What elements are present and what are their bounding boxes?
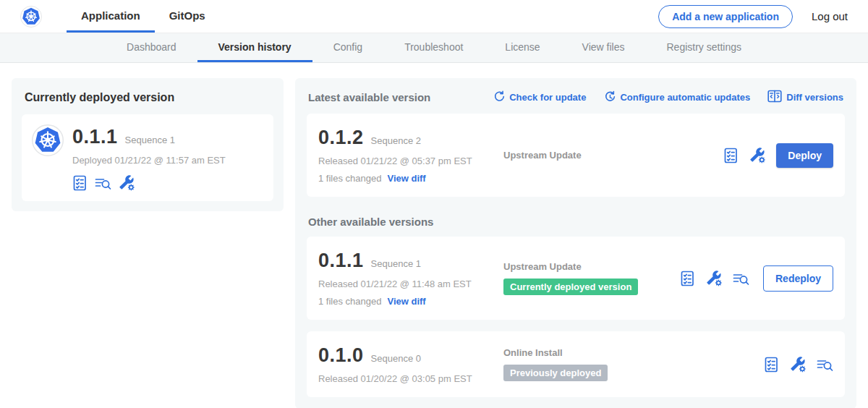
- check-for-update-link[interactable]: Check for update: [493, 90, 586, 105]
- sequence-label: Sequence 1: [371, 258, 421, 269]
- version-card-0-1-0: 0.1.0 Sequence 0 Released 01/20/22 @ 03:…: [307, 331, 845, 397]
- sequence-label: Sequence 2: [371, 135, 421, 146]
- tab-config[interactable]: Config: [312, 33, 383, 62]
- configure-automatic-updates-label: Configure automatic updates: [620, 92, 750, 103]
- released-timestamp: Released 01/20/22 @ 03:05 pm EST: [318, 373, 503, 384]
- version-number: 0.1.2: [318, 127, 364, 149]
- deployed-sequence-label: Sequence 1: [125, 135, 175, 145]
- version-card-0-1-2: 0.1.2 Sequence 2 Released 01/21/22 @ 05:…: [307, 114, 845, 197]
- files-changed-label: 1 files changed: [318, 173, 381, 184]
- kubernetes-logo-icon: [20, 0, 42, 33]
- deployed-version-number: 0.1.1: [72, 126, 118, 148]
- tab-license[interactable]: License: [484, 33, 561, 62]
- deployed-timestamp: Deployed 01/21/22 @ 11:57 am EST: [72, 155, 226, 166]
- top-nav: Application GitOps Add a new application…: [0, 0, 868, 33]
- tab-view-files[interactable]: View files: [561, 33, 646, 62]
- view-logs-icon[interactable]: [733, 271, 749, 286]
- view-diff-link[interactable]: View diff: [387, 296, 425, 307]
- configure-automatic-updates-link[interactable]: Configure automatic updates: [603, 90, 750, 105]
- version-source-label: Upstream Update: [503, 261, 680, 272]
- version-number: 0.1.1: [318, 250, 364, 272]
- tab-gitops[interactable]: GitOps: [155, 0, 220, 33]
- released-timestamp: Released 01/21/22 @ 11:48 am EST: [318, 279, 503, 289]
- refresh-icon: [493, 90, 505, 105]
- sequence-label: Sequence 0: [371, 353, 421, 364]
- currently-deployed-panel: Currently deployed version 0.1.1 Sequenc…: [12, 78, 284, 211]
- redeploy-button[interactable]: Redeploy: [763, 265, 833, 292]
- deployed-panel-title: Currently deployed version: [25, 91, 272, 104]
- deployed-version-card: 0.1.1 Sequence 1 Deployed 01/21/22 @ 11:…: [22, 114, 273, 201]
- main-content: Currently deployed version 0.1.1 Sequenc…: [0, 63, 868, 408]
- view-logs-icon[interactable]: [95, 176, 111, 190]
- currently-deployed-badge: Currently deployed version: [503, 279, 638, 295]
- tab-troubleshoot[interactable]: Troubleshoot: [383, 33, 484, 62]
- preflight-checks-icon[interactable]: [72, 175, 88, 191]
- deploy-button[interactable]: Deploy: [776, 143, 833, 168]
- latest-available-title: Latest available version: [308, 91, 430, 103]
- edit-config-icon[interactable]: [749, 147, 765, 163]
- check-for-update-label: Check for update: [509, 92, 586, 103]
- view-logs-icon[interactable]: [817, 357, 833, 372]
- available-versions-panel: Latest available version Check for updat…: [295, 78, 856, 408]
- tab-registry-settings[interactable]: Registry settings: [646, 33, 762, 62]
- tab-version-history[interactable]: Version history: [197, 33, 312, 62]
- diff-columns-icon: [767, 90, 782, 105]
- version-source-label: Upstream Update: [503, 150, 723, 161]
- version-card-0-1-1: 0.1.1 Sequence 1 Released 01/21/22 @ 11:…: [307, 237, 845, 320]
- version-source-label: Online Install: [503, 347, 764, 358]
- files-changed-label: 1 files changed: [318, 296, 381, 307]
- diff-versions-label: Diff versions: [786, 92, 843, 103]
- edit-config-icon[interactable]: [790, 356, 806, 373]
- edit-config-icon[interactable]: [706, 270, 722, 286]
- schedule-update-icon: [603, 90, 616, 105]
- preflight-checks-icon[interactable]: [764, 357, 779, 373]
- tab-dashboard[interactable]: Dashboard: [106, 33, 197, 62]
- view-diff-link[interactable]: View diff: [387, 173, 425, 184]
- top-tabs: Application GitOps: [67, 0, 220, 33]
- previously-deployed-badge: Previously deployed: [503, 365, 608, 381]
- add-application-button[interactable]: Add a new application: [658, 5, 793, 28]
- tab-application[interactable]: Application: [67, 0, 155, 33]
- edit-config-icon[interactable]: [119, 174, 135, 191]
- app-sub-nav: Dashboard Version history Config Trouble…: [0, 33, 868, 63]
- other-versions-title: Other available versions: [308, 216, 843, 228]
- diff-versions-link[interactable]: Diff versions: [767, 90, 843, 105]
- preflight-checks-icon[interactable]: [680, 271, 695, 286]
- logout-button[interactable]: Log out: [812, 10, 848, 22]
- released-timestamp: Released 01/21/22 @ 05:37 pm EST: [318, 156, 503, 166]
- version-number: 0.1.0: [318, 344, 364, 367]
- preflight-checks-icon[interactable]: [723, 148, 739, 163]
- app-logo-icon: [32, 124, 64, 191]
